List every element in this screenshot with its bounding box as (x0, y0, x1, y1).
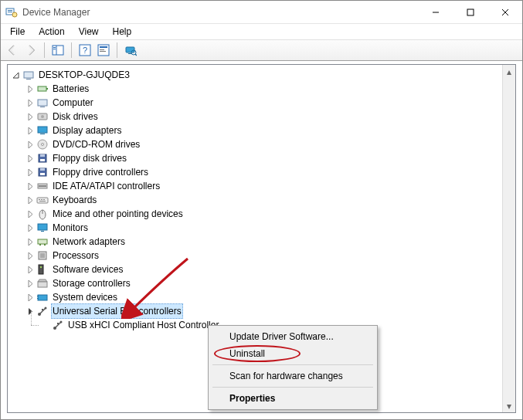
tree-category[interactable]: Mice and other pointing devices (8, 207, 515, 221)
window-buttons (418, 1, 522, 24)
svg-rect-36 (40, 159, 45, 161)
tree-category-label: Monitors (51, 221, 90, 235)
context-menu-item[interactable]: Uninstall (211, 345, 375, 362)
tree-category[interactable]: Floppy disk drives (8, 151, 515, 165)
device-tree[interactable]: DESKTOP-GJUQDE3BatteriesComputerDisk dri… (8, 65, 515, 335)
svg-rect-17 (100, 51, 106, 52)
close-button[interactable] (487, 1, 522, 24)
expand-toggle[interactable] (11, 69, 22, 80)
tree-root[interactable]: DESKTOP-GJUQDE3 (8, 68, 515, 82)
svg-rect-8 (53, 46, 63, 55)
tree-category[interactable]: Monitors (8, 221, 515, 235)
tree-category-label: Storage controllers (51, 276, 132, 290)
tree-category-label: Computer (51, 96, 95, 110)
svg-rect-23 (26, 79, 31, 80)
nav-forward-button[interactable] (22, 42, 39, 59)
tree-category[interactable]: Display adapters (8, 124, 515, 137)
storage-icon (36, 277, 49, 290)
tree-category[interactable]: Network adapters (8, 235, 515, 249)
scroll-down-button[interactable]: ▾ (503, 399, 515, 412)
svg-rect-38 (40, 168, 45, 171)
svg-rect-46 (39, 201, 46, 202)
svg-rect-18 (126, 47, 134, 52)
svg-rect-53 (44, 244, 46, 246)
menu-file[interactable]: File (4, 25, 31, 39)
maximize-button[interactable] (453, 1, 487, 24)
tree-root-label: DESKTOP-GJUQDE3 (37, 68, 131, 82)
expand-toggle[interactable] (25, 125, 36, 136)
svg-rect-45 (43, 199, 45, 200)
svg-rect-5 (467, 9, 474, 15)
tree-category[interactable]: System devices (8, 290, 515, 304)
expand-toggle[interactable] (25, 139, 36, 150)
expand-toggle[interactable] (25, 208, 36, 219)
svg-rect-60 (37, 296, 39, 296)
dvd-icon (36, 138, 49, 151)
tree-category[interactable]: Universal Serial Bus controllers (8, 304, 515, 318)
expand-toggle[interactable] (25, 195, 36, 205)
context-menu: Update Driver Software...UninstallScan f… (208, 325, 378, 410)
floppy-icon (36, 152, 49, 164)
expand-toggle[interactable] (25, 222, 36, 233)
svg-rect-51 (38, 239, 47, 244)
tree-category[interactable]: Software devices (8, 262, 515, 276)
properties-toolbar-button[interactable] (95, 42, 112, 59)
expand-toggle[interactable] (25, 97, 36, 108)
tree-category[interactable]: Computer (8, 96, 515, 110)
svg-point-3 (12, 12, 17, 17)
net-icon (36, 235, 49, 248)
toolbar-separator (117, 42, 117, 58)
tree-category[interactable]: IDE ATA/ATAPI controllers (8, 179, 515, 193)
svg-rect-2 (8, 12, 12, 12)
svg-rect-52 (39, 244, 41, 246)
tree-category[interactable]: Processors (8, 249, 515, 262)
ide-icon (36, 180, 49, 192)
tree-category-label: DVD/CD-ROM drives (51, 137, 141, 151)
scan-hardware-button[interactable] (122, 42, 139, 59)
usb-icon (52, 319, 64, 331)
menu-help[interactable]: Help (107, 25, 138, 39)
tree-category[interactable]: Disk drives (8, 110, 515, 124)
svg-rect-49 (38, 224, 47, 230)
svg-rect-30 (38, 127, 47, 133)
cpu-icon (36, 249, 49, 262)
expand-toggle[interactable] (25, 250, 36, 261)
tree-category[interactable]: Batteries (8, 82, 515, 96)
tree-category[interactable]: Keyboards (8, 193, 515, 207)
svg-rect-16 (100, 49, 104, 50)
expand-toggle[interactable] (25, 111, 36, 122)
svg-rect-57 (40, 266, 42, 268)
svg-rect-25 (46, 88, 48, 90)
expand-toggle[interactable] (25, 278, 36, 289)
minimize-button[interactable] (418, 1, 453, 24)
svg-point-66 (60, 321, 63, 323)
tree-category[interactable]: Floppy drive controllers (8, 165, 515, 179)
help-button[interactable]: ? (76, 42, 93, 59)
context-menu-item[interactable]: Properties (211, 390, 375, 407)
svg-line-21 (135, 54, 137, 56)
menu-view[interactable]: View (73, 25, 105, 39)
context-menu-item[interactable]: Update Driver Software... (211, 328, 375, 345)
expand-toggle[interactable] (25, 167, 36, 178)
expand-toggle[interactable] (25, 153, 36, 164)
expand-toggle[interactable] (25, 83, 36, 94)
svg-rect-24 (38, 86, 46, 91)
usb-icon (36, 305, 49, 317)
battery-icon (36, 83, 49, 95)
expand-toggle[interactable] (25, 236, 36, 247)
tree-category[interactable]: Storage controllers (8, 276, 515, 290)
expand-toggle[interactable] (25, 181, 36, 191)
nav-back-button[interactable] (4, 42, 21, 59)
menu-action[interactable]: Action (32, 25, 70, 39)
toolbar-separator (44, 42, 45, 58)
show-hide-console-button[interactable] (49, 42, 66, 59)
expand-toggle[interactable] (25, 292, 36, 303)
toolbar: ? (1, 39, 522, 61)
tree-category[interactable]: DVD/CD-ROM drives (8, 137, 515, 151)
expand-toggle[interactable] (25, 264, 36, 275)
expand-toggle[interactable] (25, 306, 36, 317)
tree-category-label: Processors (51, 249, 100, 262)
context-menu-item[interactable]: Scan for hardware changes (211, 368, 375, 384)
svg-rect-10 (53, 47, 56, 48)
menubar: File Action View Help (1, 24, 522, 39)
